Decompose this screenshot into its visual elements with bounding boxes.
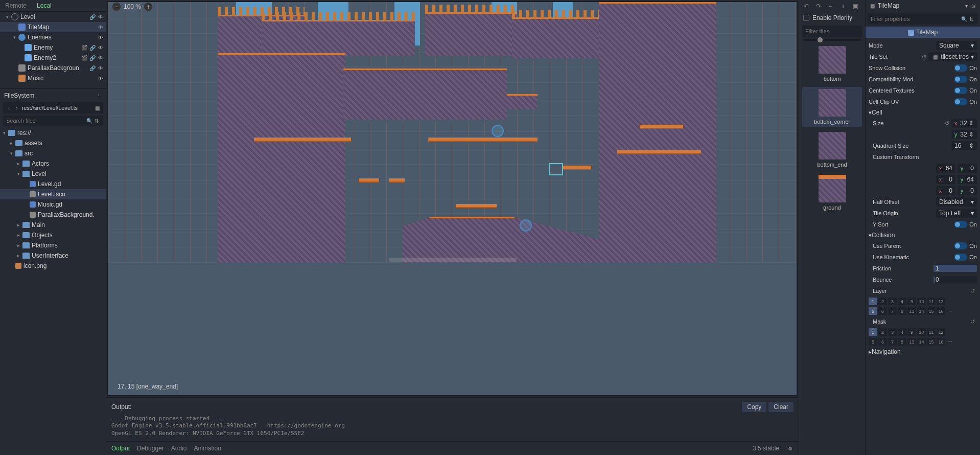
layer-bit-13[interactable]: 13 <box>907 307 916 315</box>
layer-bit-14[interactable]: 14 <box>917 307 926 315</box>
link-icon[interactable]: 🔗 <box>89 13 96 20</box>
fs-item[interactable]: Level.tscn <box>0 189 106 199</box>
reset-icon[interactable]: ↺ <box>945 120 949 127</box>
layer-bit-3[interactable]: 3 <box>888 298 897 305</box>
ysort-switch[interactable] <box>954 221 967 228</box>
rotate-left-icon[interactable]: ↶ <box>802 2 810 10</box>
fs-item[interactable]: ▸assets <box>0 138 106 148</box>
show-collision-switch[interactable] <box>954 64 967 72</box>
eye-icon[interactable]: 👁 <box>97 64 104 72</box>
layer-bit-1[interactable]: 1 <box>869 328 877 336</box>
layer-bit-5[interactable]: 5 <box>869 307 877 315</box>
layer-bit-5[interactable]: 5 <box>869 338 877 346</box>
scene-node-parallaxbackgroun[interactable]: ParallaxBackgroun🔗👁 <box>0 63 106 73</box>
layer-bit-15[interactable]: 15 <box>927 307 936 315</box>
layer-bit-10[interactable]: 10 <box>917 298 926 305</box>
tileset-dropdown[interactable]: ▦tileset.tres▾ <box>928 52 977 61</box>
viewport[interactable]: − 100 % + <box>107 1 798 396</box>
useparent-switch[interactable] <box>954 242 967 249</box>
layer-bit-4[interactable]: 4 <box>898 328 906 336</box>
expand-icon[interactable]: ⇲ <box>970 2 977 9</box>
filter-props-input[interactable] <box>871 15 961 22</box>
layer-bit-2[interactable]: 2 <box>878 298 887 305</box>
film-icon[interactable]: 🎬 <box>81 44 88 51</box>
friction-slider[interactable]: 1 <box>934 265 977 272</box>
scene-node-level[interactable]: ▾Level🔗👁 <box>0 12 106 22</box>
fs-item[interactable]: ▾Level <box>0 169 106 179</box>
layer-more-icon[interactable]: ⋯ <box>946 307 953 314</box>
layer-bit-15[interactable]: 15 <box>927 338 936 346</box>
view-icon[interactable]: ▦ <box>95 104 100 111</box>
fs-item[interactable]: icon.png <box>0 261 106 271</box>
cell-section[interactable]: ▾ Cell <box>866 107 980 118</box>
enemy-sprite[interactable] <box>492 125 504 137</box>
layer-bit-12[interactable]: 12 <box>937 328 945 336</box>
quadrant-input[interactable]: 16⇕ <box>951 141 977 150</box>
ct-y1-input[interactable]: y0 <box>958 164 977 173</box>
link-icon[interactable]: 🔗 <box>89 54 96 61</box>
fs-item[interactable]: Music.gd <box>0 199 106 210</box>
layer-bit-16[interactable]: 16 <box>937 307 945 315</box>
ct-x1-input[interactable]: x64 <box>936 164 955 173</box>
collision-section[interactable]: ▾ Collision <box>866 230 980 240</box>
bounce-slider[interactable]: 0 <box>934 276 977 283</box>
layer-bit-12[interactable]: 12 <box>937 298 945 305</box>
film-icon[interactable]: 🎬 <box>81 54 88 61</box>
usekinematic-switch[interactable] <box>954 254 967 261</box>
scene-node-enemy2[interactable]: Enemy2🎬🔗👁 <box>0 53 106 63</box>
tab-remote[interactable]: Remote <box>5 2 27 9</box>
eye-icon[interactable]: 👁 <box>97 34 104 41</box>
layer-bit-8[interactable]: 8 <box>898 307 906 315</box>
ct-x3-input[interactable]: x0 <box>936 186 955 195</box>
ct-y2-input[interactable]: y64 <box>958 175 977 184</box>
layer-bit-1[interactable]: 1 <box>869 298 877 305</box>
reset-icon[interactable]: ↺ <box>970 318 975 325</box>
eye-icon[interactable]: 👁 <box>97 75 104 82</box>
scene-node-music[interactable]: Music👁 <box>0 73 106 83</box>
tileorigin-dropdown[interactable]: Top Left▾ <box>936 209 977 218</box>
search-files-input[interactable] <box>6 117 86 124</box>
zoom-in-button[interactable]: + <box>144 3 152 11</box>
bottom-tab-debugger[interactable]: Debugger <box>137 445 164 452</box>
eye-icon[interactable]: 👁 <box>97 54 104 61</box>
layer-bit-4[interactable]: 4 <box>898 298 906 305</box>
eye-icon[interactable]: 👁 <box>97 24 104 31</box>
tile-bottom_end[interactable]: bottom_end <box>802 130 862 170</box>
fs-item[interactable]: ▸Actors <box>0 158 106 169</box>
zoom-value[interactable]: 100 % <box>124 3 141 10</box>
layer-bit-2[interactable]: 2 <box>878 328 887 336</box>
fs-item[interactable]: ▾src <box>0 148 106 158</box>
layer-bit-6[interactable]: 6 <box>878 307 887 315</box>
layer-more-icon[interactable]: ⋯ <box>946 338 953 345</box>
fwd-icon[interactable]: › <box>14 104 19 111</box>
eye-icon[interactable]: 👁 <box>97 13 104 20</box>
layer-bit-7[interactable]: 7 <box>888 307 897 315</box>
tab-local[interactable]: Local <box>37 2 52 9</box>
sort-icon[interactable]: ⇅ <box>93 117 100 124</box>
layer-bit-8[interactable]: 8 <box>898 338 906 346</box>
fs-item[interactable]: ParallaxBackground. <box>0 210 106 220</box>
tile-zoom-slider[interactable] <box>803 39 861 41</box>
size-y-input[interactable]: y32⇕ <box>951 130 977 139</box>
layer-bit-9[interactable]: 9 <box>907 328 916 336</box>
flip-h-icon[interactable]: ↔ <box>827 2 835 10</box>
layer-bit-10[interactable]: 10 <box>917 328 926 336</box>
reset-icon[interactable]: ↺ <box>922 54 926 60</box>
chevron-down-icon[interactable]: ▾ <box>963 2 970 9</box>
layer-bit-16[interactable]: 16 <box>937 338 945 346</box>
flip-v-icon[interactable]: ↕ <box>839 2 847 10</box>
link-icon[interactable]: 🔗 <box>89 44 96 51</box>
fs-item[interactable]: ▸Objects <box>0 230 106 240</box>
tile-bottom[interactable]: bottom <box>802 44 862 84</box>
tile-bottom_corner[interactable]: bottom_corner <box>802 87 862 127</box>
sort-icon[interactable]: ⇅ <box>968 15 975 22</box>
enemy-sprite[interactable] <box>520 219 532 232</box>
tile-ground[interactable]: ground <box>802 173 862 213</box>
menu-icon[interactable]: ⋮ <box>95 92 102 99</box>
bottom-tab-output[interactable]: Output <box>111 445 130 452</box>
layer-bit-14[interactable]: 14 <box>917 338 926 346</box>
back-icon[interactable]: ‹ <box>6 104 12 111</box>
fs-item[interactable]: ▸UserInterface <box>0 251 106 261</box>
compat-switch[interactable] <box>954 76 967 83</box>
scene-node-enemy[interactable]: Enemy🎬🔗👁 <box>0 42 106 53</box>
